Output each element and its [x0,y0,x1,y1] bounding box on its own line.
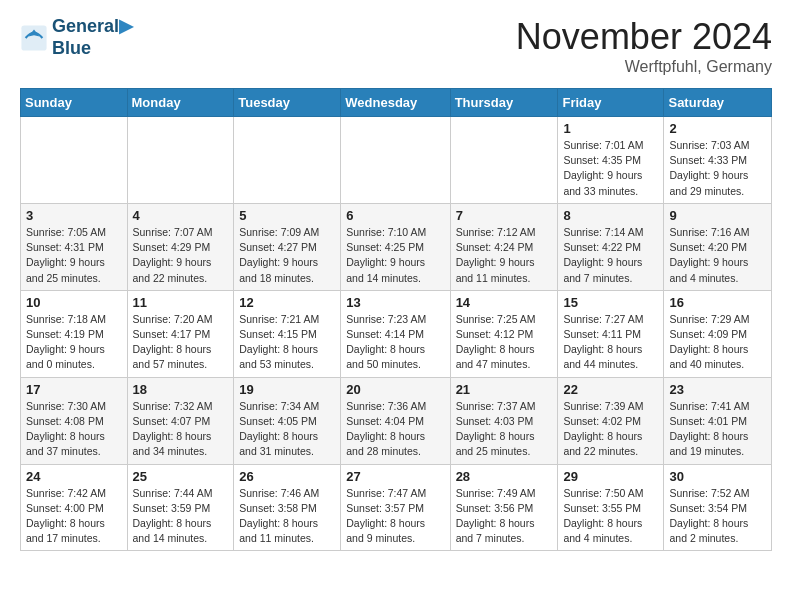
calendar-cell [127,117,234,204]
calendar-cell: 29Sunrise: 7:50 AM Sunset: 3:55 PM Dayli… [558,464,664,551]
day-info: Sunrise: 7:29 AM Sunset: 4:09 PM Dayligh… [669,312,766,373]
calendar-day-header: Wednesday [341,89,450,117]
day-number: 20 [346,382,444,397]
calendar-cell: 22Sunrise: 7:39 AM Sunset: 4:02 PM Dayli… [558,377,664,464]
day-number: 27 [346,469,444,484]
calendar-cell: 16Sunrise: 7:29 AM Sunset: 4:09 PM Dayli… [664,290,772,377]
calendar-day-header: Friday [558,89,664,117]
day-number: 22 [563,382,658,397]
day-number: 28 [456,469,553,484]
day-info: Sunrise: 7:09 AM Sunset: 4:27 PM Dayligh… [239,225,335,286]
calendar-cell: 11Sunrise: 7:20 AM Sunset: 4:17 PM Dayli… [127,290,234,377]
day-info: Sunrise: 7:49 AM Sunset: 3:56 PM Dayligh… [456,486,553,547]
calendar-week-row: 10Sunrise: 7:18 AM Sunset: 4:19 PM Dayli… [21,290,772,377]
calendar-day-header: Saturday [664,89,772,117]
calendar-cell: 12Sunrise: 7:21 AM Sunset: 4:15 PM Dayli… [234,290,341,377]
day-number: 10 [26,295,122,310]
day-number: 11 [133,295,229,310]
calendar-cell [341,117,450,204]
logo-icon [20,24,48,52]
day-info: Sunrise: 7:05 AM Sunset: 4:31 PM Dayligh… [26,225,122,286]
calendar-day-header: Thursday [450,89,558,117]
day-info: Sunrise: 7:12 AM Sunset: 4:24 PM Dayligh… [456,225,553,286]
day-number: 5 [239,208,335,223]
calendar-cell [234,117,341,204]
day-info: Sunrise: 7:39 AM Sunset: 4:02 PM Dayligh… [563,399,658,460]
calendar-cell [21,117,128,204]
day-number: 21 [456,382,553,397]
calendar-cell: 24Sunrise: 7:42 AM Sunset: 4:00 PM Dayli… [21,464,128,551]
calendar-cell: 25Sunrise: 7:44 AM Sunset: 3:59 PM Dayli… [127,464,234,551]
calendar-cell: 10Sunrise: 7:18 AM Sunset: 4:19 PM Dayli… [21,290,128,377]
day-info: Sunrise: 7:50 AM Sunset: 3:55 PM Dayligh… [563,486,658,547]
day-info: Sunrise: 7:21 AM Sunset: 4:15 PM Dayligh… [239,312,335,373]
day-number: 14 [456,295,553,310]
day-number: 24 [26,469,122,484]
calendar-cell: 7Sunrise: 7:12 AM Sunset: 4:24 PM Daylig… [450,203,558,290]
calendar-cell: 9Sunrise: 7:16 AM Sunset: 4:20 PM Daylig… [664,203,772,290]
day-info: Sunrise: 7:18 AM Sunset: 4:19 PM Dayligh… [26,312,122,373]
day-info: Sunrise: 7:03 AM Sunset: 4:33 PM Dayligh… [669,138,766,199]
day-number: 23 [669,382,766,397]
day-number: 7 [456,208,553,223]
calendar-cell: 3Sunrise: 7:05 AM Sunset: 4:31 PM Daylig… [21,203,128,290]
calendar-cell: 6Sunrise: 7:10 AM Sunset: 4:25 PM Daylig… [341,203,450,290]
calendar-cell: 17Sunrise: 7:30 AM Sunset: 4:08 PM Dayli… [21,377,128,464]
calendar-cell: 18Sunrise: 7:32 AM Sunset: 4:07 PM Dayli… [127,377,234,464]
day-number: 18 [133,382,229,397]
day-info: Sunrise: 7:14 AM Sunset: 4:22 PM Dayligh… [563,225,658,286]
day-number: 8 [563,208,658,223]
day-info: Sunrise: 7:42 AM Sunset: 4:00 PM Dayligh… [26,486,122,547]
day-number: 16 [669,295,766,310]
svg-rect-0 [21,25,46,50]
day-info: Sunrise: 7:23 AM Sunset: 4:14 PM Dayligh… [346,312,444,373]
day-number: 25 [133,469,229,484]
day-number: 30 [669,469,766,484]
day-info: Sunrise: 7:46 AM Sunset: 3:58 PM Dayligh… [239,486,335,547]
calendar-cell: 15Sunrise: 7:27 AM Sunset: 4:11 PM Dayli… [558,290,664,377]
month-title: November 2024 [516,16,772,58]
day-info: Sunrise: 7:07 AM Sunset: 4:29 PM Dayligh… [133,225,229,286]
day-info: Sunrise: 7:52 AM Sunset: 3:54 PM Dayligh… [669,486,766,547]
logo-text: General▶ Blue [52,16,133,59]
day-number: 1 [563,121,658,136]
day-info: Sunrise: 7:10 AM Sunset: 4:25 PM Dayligh… [346,225,444,286]
calendar-cell: 20Sunrise: 7:36 AM Sunset: 4:04 PM Dayli… [341,377,450,464]
calendar-cell: 28Sunrise: 7:49 AM Sunset: 3:56 PM Dayli… [450,464,558,551]
calendar-cell: 30Sunrise: 7:52 AM Sunset: 3:54 PM Dayli… [664,464,772,551]
day-number: 19 [239,382,335,397]
day-info: Sunrise: 7:36 AM Sunset: 4:04 PM Dayligh… [346,399,444,460]
calendar-cell: 27Sunrise: 7:47 AM Sunset: 3:57 PM Dayli… [341,464,450,551]
calendar-week-row: 3Sunrise: 7:05 AM Sunset: 4:31 PM Daylig… [21,203,772,290]
day-number: 4 [133,208,229,223]
calendar-day-header: Monday [127,89,234,117]
day-number: 3 [26,208,122,223]
calendar-cell: 13Sunrise: 7:23 AM Sunset: 4:14 PM Dayli… [341,290,450,377]
day-info: Sunrise: 7:44 AM Sunset: 3:59 PM Dayligh… [133,486,229,547]
day-number: 15 [563,295,658,310]
calendar-week-row: 24Sunrise: 7:42 AM Sunset: 4:00 PM Dayli… [21,464,772,551]
day-info: Sunrise: 7:34 AM Sunset: 4:05 PM Dayligh… [239,399,335,460]
day-info: Sunrise: 7:30 AM Sunset: 4:08 PM Dayligh… [26,399,122,460]
calendar-cell: 23Sunrise: 7:41 AM Sunset: 4:01 PM Dayli… [664,377,772,464]
title-block: November 2024 Werftpfuhl, Germany [516,16,772,76]
logo: General▶ Blue [20,16,133,59]
calendar-week-row: 17Sunrise: 7:30 AM Sunset: 4:08 PM Dayli… [21,377,772,464]
calendar-cell: 14Sunrise: 7:25 AM Sunset: 4:12 PM Dayli… [450,290,558,377]
calendar-cell: 8Sunrise: 7:14 AM Sunset: 4:22 PM Daylig… [558,203,664,290]
calendar-cell: 19Sunrise: 7:34 AM Sunset: 4:05 PM Dayli… [234,377,341,464]
calendar-cell: 1Sunrise: 7:01 AM Sunset: 4:35 PM Daylig… [558,117,664,204]
day-info: Sunrise: 7:27 AM Sunset: 4:11 PM Dayligh… [563,312,658,373]
calendar-cell: 5Sunrise: 7:09 AM Sunset: 4:27 PM Daylig… [234,203,341,290]
calendar-week-row: 1Sunrise: 7:01 AM Sunset: 4:35 PM Daylig… [21,117,772,204]
calendar: SundayMondayTuesdayWednesdayThursdayFrid… [20,88,772,551]
calendar-day-header: Sunday [21,89,128,117]
calendar-cell: 4Sunrise: 7:07 AM Sunset: 4:29 PM Daylig… [127,203,234,290]
day-info: Sunrise: 7:37 AM Sunset: 4:03 PM Dayligh… [456,399,553,460]
location: Werftpfuhl, Germany [516,58,772,76]
day-number: 17 [26,382,122,397]
day-number: 13 [346,295,444,310]
page-header: General▶ Blue November 2024 Werftpfuhl, … [20,16,772,76]
day-number: 29 [563,469,658,484]
day-number: 6 [346,208,444,223]
